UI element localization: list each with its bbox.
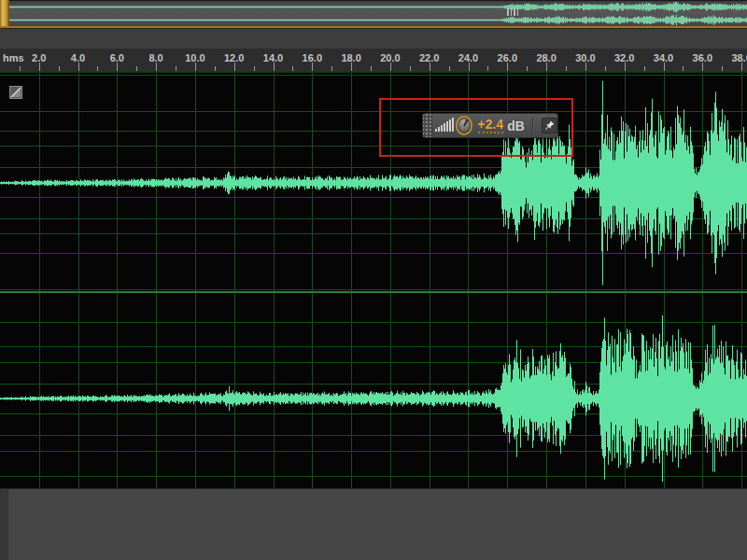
time-unit-label: hms — [3, 52, 24, 63]
grip-icon[interactable] — [507, 8, 521, 16]
ruler-minor-tick — [331, 66, 332, 71]
ruler-major-tick — [274, 63, 275, 71]
ruler-minor-tick — [605, 66, 606, 71]
ruler-minor-tick — [449, 66, 450, 71]
ruler-minor-tick — [527, 66, 528, 71]
ruler-major-tick — [351, 63, 352, 71]
ruler-minor-tick — [487, 66, 488, 71]
overview-canvas[interactable] — [0, 0, 747, 29]
ruler-minor-tick — [371, 66, 372, 71]
bottom-panel-edge — [0, 489, 8, 560]
ruler-major-tick — [546, 63, 547, 71]
ruler-minor-tick — [176, 66, 176, 71]
ruler-minor-tick — [215, 66, 216, 71]
overview-navigator[interactable] — [0, 0, 747, 29]
ruler-major-tick — [702, 63, 703, 71]
ruler-minor-tick — [410, 66, 411, 71]
bottom-panel — [0, 488, 747, 560]
ruler-minor-tick — [722, 66, 723, 71]
ruler-major-tick — [39, 63, 40, 71]
ruler-minor-tick — [683, 66, 684, 71]
timeline-ruler[interactable]: hms 2.04.06.08.010.012.014.016.018.020.0… — [0, 49, 747, 73]
ruler-major-tick — [625, 63, 626, 71]
ruler-major-tick — [78, 63, 79, 71]
ruler-major-tick — [234, 63, 235, 71]
ruler-label: 38.0 — [731, 52, 747, 63]
audio-editor-window: hms 2.04.06.08.010.012.014.016.018.020.0… — [0, 0, 747, 560]
ruler-major-tick — [430, 63, 430, 71]
ruler-minor-tick — [59, 66, 60, 71]
ruler-major-tick — [390, 63, 391, 71]
waveform-display[interactable]: +2.4 dB — [0, 73, 747, 488]
ruler-major-tick — [312, 63, 313, 71]
range-handle[interactable] — [0, 0, 9, 27]
ruler-minor-tick — [644, 66, 645, 71]
ruler-major-tick — [664, 63, 665, 71]
ruler-major-tick — [195, 63, 196, 71]
ruler-major-tick — [117, 63, 118, 71]
ruler-major-tick — [469, 63, 470, 71]
ruler-minor-tick — [136, 66, 137, 71]
waveform-canvas[interactable] — [0, 73, 747, 488]
ruler-major-tick — [507, 63, 508, 71]
diagonal-square-icon[interactable] — [9, 86, 22, 99]
ruler-major-tick — [741, 63, 742, 71]
ruler-minor-tick — [292, 66, 293, 71]
ruler-major-tick — [156, 63, 157, 71]
ruler-minor-tick — [254, 66, 255, 71]
annotation-rectangle — [379, 98, 573, 157]
ruler-minor-tick — [97, 66, 98, 71]
ruler-minor-tick — [566, 66, 567, 71]
toolbar-gap-band — [0, 29, 747, 49]
ruler-minor-tick — [20, 66, 21, 71]
ruler-major-tick — [585, 63, 586, 71]
